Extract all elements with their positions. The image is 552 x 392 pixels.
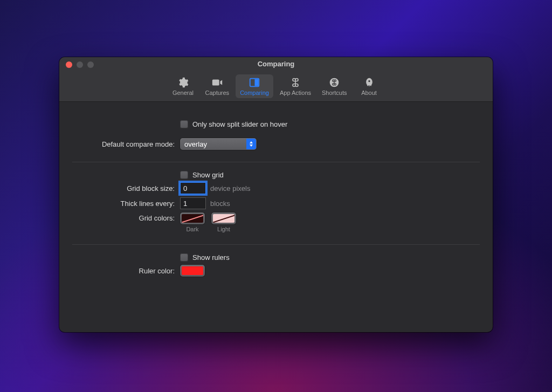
preferences-window: Comparing General Captures Comparing	[59, 57, 493, 332]
tab-label: Shortcuts	[322, 90, 347, 96]
compare-mode-label: Default compare mode:	[71, 140, 180, 148]
svg-rect-1	[254, 79, 258, 86]
only-hover-label: Only show split slider on hover	[192, 120, 287, 128]
command-icon	[289, 77, 302, 88]
show-grid-checkbox[interactable]	[180, 171, 188, 179]
tab-comparing[interactable]: Comparing	[236, 74, 273, 98]
section-slider: Only show split slider on hover Default …	[71, 112, 481, 162]
thick-lines-label: Thick lines every:	[71, 200, 180, 208]
tab-captures[interactable]: Captures	[201, 74, 233, 98]
grid-color-light-well[interactable]	[211, 212, 236, 224]
grid-block-size-input[interactable]	[180, 182, 206, 194]
grid-block-size-suffix: device pixels	[210, 184, 250, 192]
zoom-icon[interactable]	[87, 61, 94, 68]
chevron-up-down-icon	[246, 139, 256, 149]
tab-label: Comparing	[240, 90, 269, 96]
thick-lines-suffix: blocks	[210, 200, 230, 208]
ruler-color-well[interactable]	[180, 265, 205, 277]
tab-label: General	[172, 90, 194, 96]
grid-color-dark-label: Dark	[186, 226, 198, 232]
grid-color-dark-well[interactable]	[180, 212, 205, 224]
grid-block-size-label: Grid block size:	[71, 184, 180, 192]
tab-label: App Actions	[280, 90, 311, 96]
gear-icon	[176, 77, 189, 88]
tab-label: About	[361, 90, 377, 96]
section-grid: Show grid Grid block size: device pixels…	[71, 162, 481, 244]
show-grid-label: Show grid	[192, 171, 224, 179]
tab-about[interactable]: About	[354, 74, 385, 98]
traffic-lights	[66, 61, 94, 68]
grid-colors-label: Grid colors:	[71, 212, 180, 222]
grid-color-light-label: Light	[217, 226, 230, 232]
command-badge-icon	[328, 77, 341, 88]
rocket-icon	[363, 77, 376, 88]
compare-icon	[248, 77, 261, 88]
tab-app-actions[interactable]: App Actions	[275, 74, 315, 98]
compare-mode-value: overlay	[184, 140, 207, 148]
preferences-toolbar: General Captures Comparing App Actions	[59, 72, 493, 101]
video-icon	[211, 77, 224, 88]
titlebar: Comparing General Captures Comparing	[59, 57, 493, 102]
content-area: Only show split slider on hover Default …	[59, 102, 493, 300]
thick-lines-input[interactable]	[180, 197, 206, 209]
compare-mode-select[interactable]: overlay	[180, 138, 257, 150]
tab-general[interactable]: General	[167, 74, 198, 98]
minimize-icon[interactable]	[77, 61, 83, 68]
only-hover-checkbox[interactable]	[180, 120, 188, 128]
show-rulers-checkbox[interactable]	[180, 253, 188, 262]
section-rulers: Show rulers Ruler color:	[71, 245, 481, 288]
show-rulers-label: Show rulers	[192, 253, 230, 262]
tab-label: Captures	[205, 90, 229, 96]
window-title: Comparing	[59, 60, 493, 68]
ruler-color-label: Ruler color:	[71, 267, 180, 275]
close-icon[interactable]	[66, 61, 72, 68]
tab-shortcuts[interactable]: Shortcuts	[318, 74, 351, 98]
